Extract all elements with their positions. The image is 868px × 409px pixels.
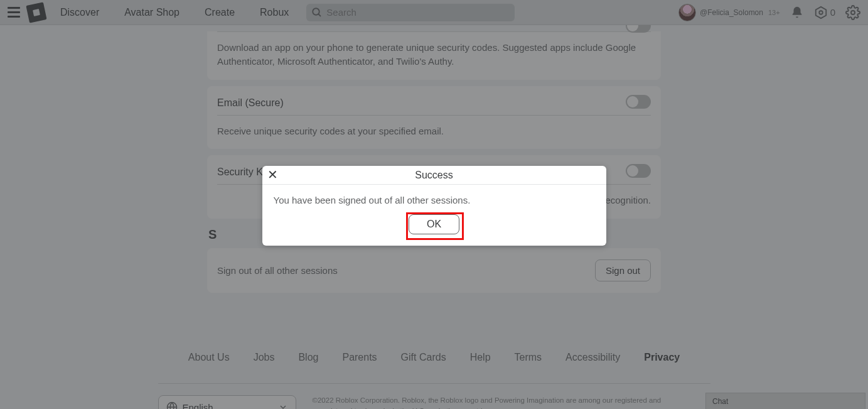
close-icon[interactable]: ✕ — [267, 168, 278, 181]
modal-title: Success — [415, 170, 453, 181]
success-modal: ✕ Success You have been signed out of al… — [262, 166, 606, 246]
modal-message: You have been signed out of all other se… — [274, 195, 595, 205]
ok-button[interactable]: OK — [409, 214, 459, 234]
